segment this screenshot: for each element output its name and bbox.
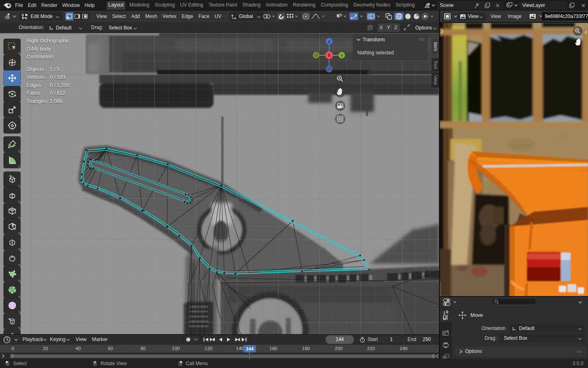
svg-text:Z: Z	[328, 39, 330, 44]
svg-text:X: X	[328, 53, 331, 58]
svg-text:Y: Y	[341, 53, 343, 58]
